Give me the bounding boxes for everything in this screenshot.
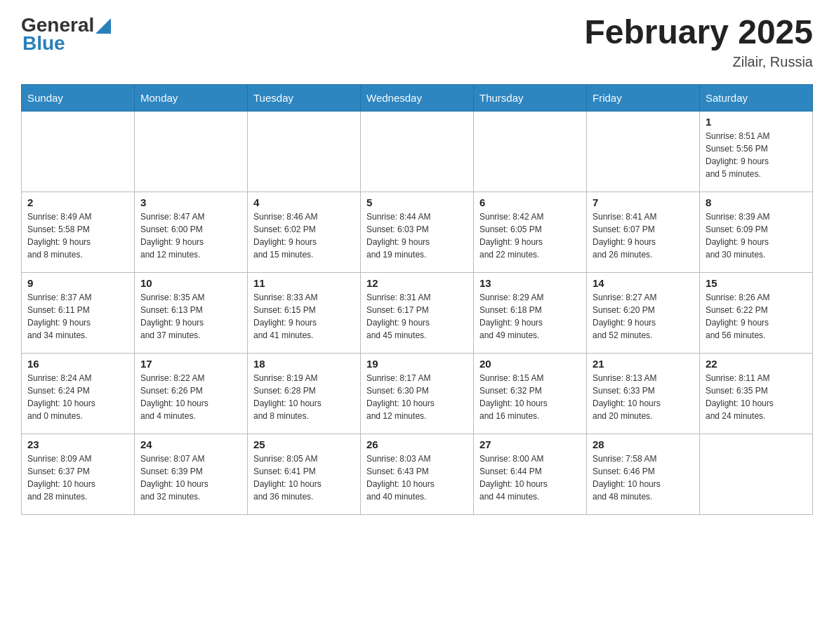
calendar-header-monday: Monday: [135, 84, 248, 111]
day-info: Sunrise: 8:47 AM Sunset: 6:00 PM Dayligh…: [140, 210, 241, 261]
day-number: 7: [593, 196, 694, 208]
calendar-header-tuesday: Tuesday: [248, 84, 361, 111]
calendar-cell: [248, 111, 361, 192]
day-info: Sunrise: 8:17 AM Sunset: 6:30 PM Dayligh…: [366, 372, 468, 422]
calendar-table: SundayMondayTuesdayWednesdayThursdayFrid…: [21, 84, 813, 515]
calendar-header-thursday: Thursday: [474, 84, 587, 111]
calendar-header-wednesday: Wednesday: [361, 84, 474, 111]
calendar-cell: 26Sunrise: 8:03 AM Sunset: 6:43 PM Dayli…: [361, 434, 474, 514]
calendar-cell: 25Sunrise: 8:05 AM Sunset: 6:41 PM Dayli…: [248, 434, 361, 514]
calendar-cell: 4Sunrise: 8:46 AM Sunset: 6:02 PM Daylig…: [248, 192, 361, 272]
calendar-cell: 10Sunrise: 8:35 AM Sunset: 6:13 PM Dayli…: [135, 272, 248, 353]
calendar-header-saturday: Saturday: [700, 84, 813, 111]
calendar-cell: 19Sunrise: 8:17 AM Sunset: 6:30 PM Dayli…: [361, 353, 474, 434]
day-number: 15: [706, 277, 807, 289]
page-header: General Blue February 2025 Zilair, Russi…: [21, 14, 813, 70]
day-number: 12: [366, 277, 468, 289]
day-number: 17: [140, 358, 241, 370]
calendar-header-sunday: Sunday: [22, 84, 135, 111]
day-info: Sunrise: 8:31 AM Sunset: 6:17 PM Dayligh…: [366, 291, 468, 342]
day-info: Sunrise: 8:39 AM Sunset: 6:09 PM Dayligh…: [706, 210, 807, 261]
day-number: 2: [27, 196, 128, 208]
day-info: Sunrise: 8:49 AM Sunset: 5:58 PM Dayligh…: [27, 210, 128, 261]
logo-triangle-icon: [95, 18, 111, 34]
location-text: Zilair, Russia: [584, 54, 813, 70]
day-number: 24: [140, 438, 241, 450]
day-info: Sunrise: 8:13 AM Sunset: 6:33 PM Dayligh…: [593, 372, 694, 422]
day-info: Sunrise: 7:58 AM Sunset: 6:46 PM Dayligh…: [593, 452, 694, 503]
week-row-3: 9Sunrise: 8:37 AM Sunset: 6:11 PM Daylig…: [22, 272, 813, 353]
day-number: 10: [140, 277, 241, 289]
day-info: Sunrise: 8:22 AM Sunset: 6:26 PM Dayligh…: [140, 372, 241, 422]
day-number: 21: [593, 358, 694, 370]
calendar-cell: 20Sunrise: 8:15 AM Sunset: 6:32 PM Dayli…: [474, 353, 587, 434]
day-number: 18: [253, 358, 355, 370]
day-info: Sunrise: 8:29 AM Sunset: 6:18 PM Dayligh…: [479, 291, 581, 342]
title-section: February 2025 Zilair, Russia: [584, 14, 813, 70]
calendar-cell: 2Sunrise: 8:49 AM Sunset: 5:58 PM Daylig…: [22, 192, 135, 272]
calendar-cell: [361, 111, 474, 192]
week-row-4: 16Sunrise: 8:24 AM Sunset: 6:24 PM Dayli…: [22, 353, 813, 434]
day-info: Sunrise: 8:15 AM Sunset: 6:32 PM Dayligh…: [479, 372, 581, 422]
calendar-cell: 5Sunrise: 8:44 AM Sunset: 6:03 PM Daylig…: [361, 192, 474, 272]
day-number: 11: [253, 277, 355, 289]
calendar-cell: 28Sunrise: 7:58 AM Sunset: 6:46 PM Dayli…: [587, 434, 700, 514]
calendar-header-friday: Friday: [587, 84, 700, 111]
day-number: 27: [479, 438, 581, 450]
calendar-cell: 11Sunrise: 8:33 AM Sunset: 6:15 PM Dayli…: [248, 272, 361, 353]
day-info: Sunrise: 8:03 AM Sunset: 6:43 PM Dayligh…: [366, 452, 468, 503]
day-info: Sunrise: 8:05 AM Sunset: 6:41 PM Dayligh…: [253, 452, 355, 503]
day-number: 5: [366, 196, 468, 208]
day-info: Sunrise: 8:19 AM Sunset: 6:28 PM Dayligh…: [253, 372, 355, 422]
day-number: 1: [706, 116, 807, 128]
day-info: Sunrise: 8:26 AM Sunset: 6:22 PM Dayligh…: [706, 291, 807, 342]
day-number: 22: [706, 358, 807, 370]
calendar-cell: 17Sunrise: 8:22 AM Sunset: 6:26 PM Dayli…: [135, 353, 248, 434]
calendar-cell: 16Sunrise: 8:24 AM Sunset: 6:24 PM Dayli…: [22, 353, 135, 434]
calendar-cell: 13Sunrise: 8:29 AM Sunset: 6:18 PM Dayli…: [474, 272, 587, 353]
day-info: Sunrise: 8:42 AM Sunset: 6:05 PM Dayligh…: [479, 210, 581, 261]
calendar-cell: 6Sunrise: 8:42 AM Sunset: 6:05 PM Daylig…: [474, 192, 587, 272]
day-number: 19: [366, 358, 468, 370]
day-info: Sunrise: 8:41 AM Sunset: 6:07 PM Dayligh…: [593, 210, 694, 261]
day-info: Sunrise: 8:37 AM Sunset: 6:11 PM Dayligh…: [27, 291, 128, 342]
calendar-cell: 7Sunrise: 8:41 AM Sunset: 6:07 PM Daylig…: [587, 192, 700, 272]
calendar-cell: 3Sunrise: 8:47 AM Sunset: 6:00 PM Daylig…: [135, 192, 248, 272]
calendar-cell: [587, 111, 700, 192]
day-number: 26: [366, 438, 468, 450]
day-number: 8: [706, 196, 807, 208]
calendar-cell: 24Sunrise: 8:07 AM Sunset: 6:39 PM Dayli…: [135, 434, 248, 514]
day-info: Sunrise: 8:00 AM Sunset: 6:44 PM Dayligh…: [479, 452, 581, 503]
calendar-cell: 27Sunrise: 8:00 AM Sunset: 6:44 PM Dayli…: [474, 434, 587, 514]
calendar-cell: 21Sunrise: 8:13 AM Sunset: 6:33 PM Dayli…: [587, 353, 700, 434]
day-number: 14: [593, 277, 694, 289]
day-number: 6: [479, 196, 581, 208]
day-number: 13: [479, 277, 581, 289]
calendar-cell: 12Sunrise: 8:31 AM Sunset: 6:17 PM Dayli…: [361, 272, 474, 353]
calendar-cell: 23Sunrise: 8:09 AM Sunset: 6:37 PM Dayli…: [22, 434, 135, 514]
week-row-1: 1Sunrise: 8:51 AM Sunset: 5:56 PM Daylig…: [22, 111, 813, 192]
day-info: Sunrise: 8:33 AM Sunset: 6:15 PM Dayligh…: [253, 291, 355, 342]
svg-marker-0: [95, 18, 111, 34]
month-title: February 2025: [584, 14, 813, 51]
day-info: Sunrise: 8:11 AM Sunset: 6:35 PM Dayligh…: [706, 372, 807, 422]
calendar-cell: 9Sunrise: 8:37 AM Sunset: 6:11 PM Daylig…: [22, 272, 135, 353]
day-number: 4: [253, 196, 355, 208]
day-number: 3: [140, 196, 241, 208]
day-info: Sunrise: 8:24 AM Sunset: 6:24 PM Dayligh…: [27, 372, 128, 422]
day-number: 23: [27, 438, 128, 450]
logo-blue-text: Blue: [22, 32, 65, 55]
calendar-cell: [474, 111, 587, 192]
day-number: 25: [253, 438, 355, 450]
logo: General Blue: [21, 14, 111, 55]
day-info: Sunrise: 8:46 AM Sunset: 6:02 PM Dayligh…: [253, 210, 355, 261]
calendar-header-row: SundayMondayTuesdayWednesdayThursdayFrid…: [22, 84, 813, 111]
day-info: Sunrise: 8:35 AM Sunset: 6:13 PM Dayligh…: [140, 291, 241, 342]
day-number: 20: [479, 358, 581, 370]
calendar-cell: 8Sunrise: 8:39 AM Sunset: 6:09 PM Daylig…: [700, 192, 813, 272]
calendar-cell: [22, 111, 135, 192]
day-number: 28: [593, 438, 694, 450]
day-number: 9: [27, 277, 128, 289]
day-info: Sunrise: 8:51 AM Sunset: 5:56 PM Dayligh…: [706, 130, 807, 180]
week-row-2: 2Sunrise: 8:49 AM Sunset: 5:58 PM Daylig…: [22, 192, 813, 272]
